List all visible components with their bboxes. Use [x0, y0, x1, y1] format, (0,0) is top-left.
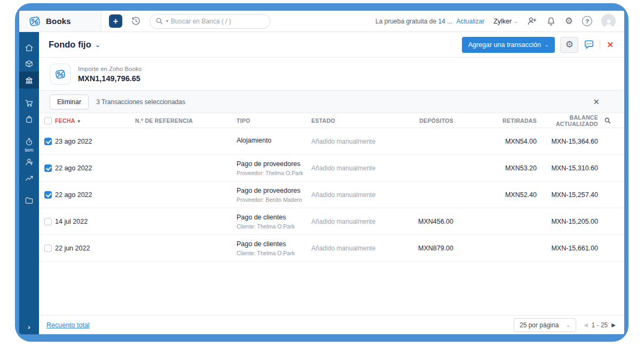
per-page-value: 25 por página: [520, 321, 559, 329]
column-header-retiradas[interactable]: RETIRADAS: [453, 117, 537, 124]
quick-create-button[interactable]: +: [109, 14, 122, 28]
app-logo[interactable]: Books: [19, 11, 101, 32]
delete-button[interactable]: Eliminar: [50, 95, 89, 109]
account-selector[interactable]: Fondo fijo ⌄: [49, 40, 100, 50]
org-selector[interactable]: Zylker ⌄: [493, 18, 518, 25]
table-header: FECHA▼ N.º DE REFERENCIA TIPO ESTADO DEP…: [39, 113, 624, 128]
row-status: Añadido manualmente: [311, 218, 386, 225]
app-logo-text: Books: [46, 17, 71, 26]
help-icon[interactable]: ?: [582, 16, 592, 26]
row-withdrawals: MXN54.00: [453, 138, 537, 145]
chart-line-icon: [25, 174, 34, 183]
row-checkbox[interactable]: [44, 138, 52, 145]
row-date: 22 ago 2022: [55, 164, 135, 172]
column-header-fecha[interactable]: FECHA▼: [55, 117, 135, 124]
bag-icon: [25, 115, 34, 124]
search-scope-caret-icon[interactable]: ▾: [166, 19, 168, 23]
selected-count-text: 3 Transacciones seleccionadas: [96, 98, 185, 106]
topbar: Books + ▾: [19, 11, 624, 32]
table-row[interactable]: 14 jul 2022 Pago de clientes Cliente: Th…: [39, 208, 624, 235]
column-header-balance[interactable]: BALANCE ACTUALIZADO: [537, 114, 598, 127]
table-row[interactable]: 23 ago 2022 Alojamiento Añadido manualme…: [39, 128, 624, 155]
user-avatar[interactable]: [601, 14, 616, 28]
app-window: Books + ▾: [19, 11, 624, 334]
page-header: Fondo fijo ⌄ Agregar una transacción ⌄ ⚙: [39, 32, 624, 58]
summary-amount: MXN1,149,796.65: [78, 74, 142, 83]
sidebar-item-sales[interactable]: [19, 95, 39, 111]
row-type-cell: Pago de proveedores Proveedor: Thelma O.…: [237, 160, 311, 176]
column-header-depositos[interactable]: DEPÓSITOS: [386, 117, 453, 124]
sidebar-item-home[interactable]: [19, 40, 39, 56]
sidebar-item-purchases[interactable]: [19, 111, 39, 127]
row-type: Pago de clientes: [237, 240, 311, 248]
sidebar-expand-chevron-icon[interactable]: ›: [19, 323, 39, 331]
notifications-bell-icon[interactable]: [546, 17, 556, 26]
row-checkbox[interactable]: [44, 164, 52, 172]
account-chevron-down-icon: ⌄: [95, 41, 100, 49]
table-row[interactable]: 22 jun 2022 Pago de clientes Cliente: Th…: [39, 235, 624, 262]
page-range: 1 - 25: [592, 321, 608, 329]
row-balance: MXN-15,364.60: [537, 138, 598, 145]
next-page-icon[interactable]: ▶: [611, 322, 616, 328]
total-count-link[interactable]: Recuento total: [46, 321, 90, 329]
column-header-estado[interactable]: ESTADO: [311, 117, 386, 124]
sidebar-item-accountant[interactable]: [19, 154, 39, 170]
divider: [600, 40, 600, 50]
row-type-cell: Pago de clientes Cliente: Thelma O.Park: [237, 214, 311, 230]
sidebar-item-banking[interactable]: [19, 72, 39, 89]
recent-history-icon[interactable]: [131, 16, 141, 26]
topbar-left-tools: + ▾: [101, 14, 270, 29]
row-balance: MXN-15,310.60: [537, 164, 598, 172]
main-content: Fondo fijo ⌄ Agregar una transacción ⌄ ⚙: [39, 32, 624, 334]
row-type-contact: Cliente: Thelma O.Park: [237, 250, 311, 256]
page-settings-button[interactable]: ⚙: [560, 37, 578, 53]
table-footer: Recuento total 25 por página ⌄ ◀ 1 - 25 …: [39, 315, 624, 334]
sidebar-item-reports[interactable]: [19, 170, 39, 186]
sidebar-item-documents[interactable]: [19, 192, 39, 208]
row-type: Pago de proveedores: [237, 160, 311, 168]
add-transaction-button[interactable]: Agregar una transacción ⌄: [462, 37, 555, 53]
feedback-bubble-icon[interactable]: [584, 40, 594, 50]
search-input[interactable]: [171, 18, 251, 25]
global-search[interactable]: ▾: [150, 14, 270, 29]
settings-gear-icon[interactable]: ⚙: [565, 17, 573, 26]
select-all-checkbox[interactable]: [44, 117, 52, 124]
prev-page-icon[interactable]: ◀: [584, 322, 588, 328]
upgrade-link[interactable]: Actualizar: [456, 18, 484, 25]
bank-icon: [25, 76, 34, 85]
table-search-icon[interactable]: [598, 117, 617, 124]
row-checkbox[interactable]: [44, 218, 52, 225]
column-header-referencia[interactable]: N.º DE REFERENCIA: [135, 117, 237, 124]
row-status: Añadido manualmente: [311, 138, 386, 145]
row-balance: MXN-15,661.00: [537, 245, 598, 252]
row-checkbox[interactable]: [44, 245, 52, 252]
close-page-icon[interactable]: ✕: [606, 40, 615, 50]
sidebar-item-items[interactable]: [19, 56, 39, 72]
pager: ◀ 1 - 25 ▶: [584, 321, 616, 329]
column-header-tipo[interactable]: TIPO: [237, 117, 311, 124]
add-transaction-chevron-icon: ⌄: [545, 42, 549, 48]
add-transaction-label: Agregar una transacción: [468, 41, 541, 49]
per-page-chevron-icon: ⌄: [566, 323, 570, 328]
gear-icon: ⚙: [566, 40, 574, 49]
row-checkbox[interactable]: [44, 191, 52, 199]
table-row[interactable]: 22 ago 2022 Pago de proveedores Proveedo…: [39, 155, 624, 182]
window-frame: Books + ▾: [15, 3, 629, 342]
row-type: Pago de proveedores: [237, 187, 311, 194]
row-type: Alojamiento: [237, 137, 311, 144]
fecha-label: FECHA: [55, 117, 75, 124]
selection-toolbar: Eliminar 3 Transacciones seleccionadas ✕: [39, 91, 624, 113]
row-type-contact: Cliente: Thelma O.Park: [237, 223, 311, 230]
sort-desc-icon: ▼: [77, 119, 81, 124]
invite-user-icon[interactable]: [527, 16, 537, 26]
row-status: Añadido manualmente: [311, 245, 386, 252]
table-row[interactable]: 22 ago 2022 Pago de proveedores Proveedo…: [39, 182, 624, 208]
clear-selection-icon[interactable]: ✕: [593, 97, 600, 107]
pagination: 25 por página ⌄ ◀ 1 - 25 ▶: [514, 318, 616, 332]
per-page-select[interactable]: 25 por página ⌄: [514, 318, 576, 332]
row-deposits: MXN879.00: [386, 245, 453, 252]
org-name: Zylker: [493, 18, 512, 25]
sidebar-nav: tiem ›: [19, 32, 39, 334]
row-status: Añadido manualmente: [311, 164, 386, 172]
search-icon: [155, 17, 163, 25]
